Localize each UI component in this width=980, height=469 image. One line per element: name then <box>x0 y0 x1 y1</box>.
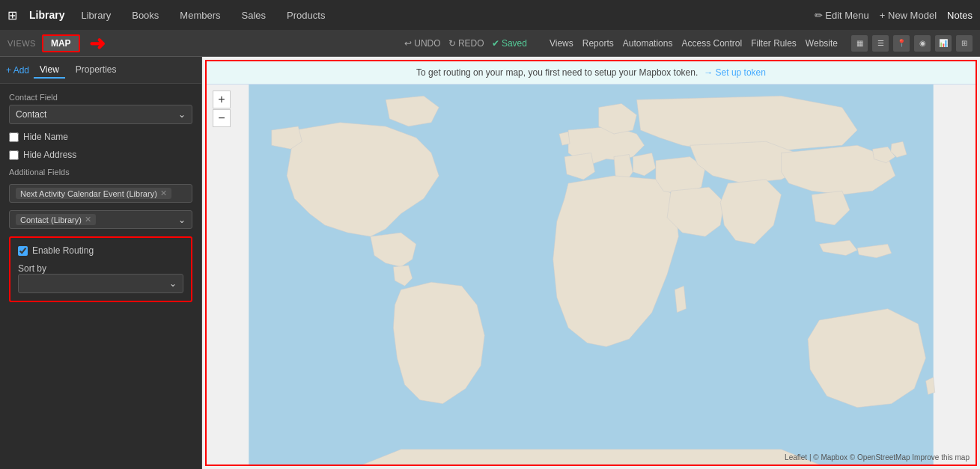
contact-field-section: Contact Field Contact ⌄ <box>9 93 192 124</box>
views-label: VIEWS <box>7 39 36 48</box>
map-controls: + − <box>213 91 231 127</box>
map-pin-icon[interactable]: 📍 <box>893 35 910 52</box>
link-access-control[interactable]: Access Control <box>681 38 742 49</box>
nav-library[interactable]: Library <box>76 7 115 24</box>
zoom-in-button[interactable]: + <box>213 91 231 108</box>
chevron-down-icon: ⌄ <box>178 109 186 120</box>
nav-books[interactable]: Books <box>127 7 163 24</box>
map-notification: To get routing on your map, you first ne… <box>207 61 976 85</box>
redo-button[interactable]: ↻ REDO <box>448 38 484 49</box>
enable-routing-row: Enable Routing <box>18 245 183 256</box>
routing-section: Enable Routing Sort by ⌄ <box>9 236 192 302</box>
sort-by-label: Sort by <box>18 263 183 274</box>
zoom-out-button[interactable]: − <box>213 109 231 127</box>
map-container: + − Leaflet | © Mapbox © OpenStreetMap I… <box>207 85 976 465</box>
hide-address-label: Hide Address <box>23 150 76 160</box>
contact-field-label: Contact Field <box>9 93 192 102</box>
sort-chevron-icon: ⌄ <box>169 278 177 289</box>
world-map-svg <box>207 85 976 465</box>
hide-name-checkbox[interactable] <box>9 132 19 142</box>
second-toolbar: VIEWS MAP ➜ ↩ UNDO ↻ REDO ✔ Saved Views … <box>0 30 980 57</box>
additional-fields-label: Additional Fields <box>9 168 192 177</box>
contact-value: Contact <box>16 109 46 120</box>
view-links: Views Reports Automations Access Control… <box>550 38 838 49</box>
location-icon[interactable]: ◉ <box>914 35 931 52</box>
nav-members[interactable]: Members <box>175 7 225 24</box>
new-model-button[interactable]: + New Model <box>880 10 937 21</box>
field1-remove-icon[interactable]: ✕ <box>160 188 167 198</box>
map-tab-button[interactable]: MAP <box>42 34 80 52</box>
grid-view-icon[interactable]: ▦ <box>851 35 868 52</box>
link-views[interactable]: Views <box>550 38 573 49</box>
hide-name-label: Hide Name <box>23 132 68 142</box>
map-footer: Leaflet | © Mapbox © OpenStreetMap Impro… <box>785 453 970 462</box>
link-automations[interactable]: Automations <box>623 38 673 49</box>
field2-tag-value: Contact (Library) <box>20 215 82 224</box>
app-name: Library <box>29 9 64 21</box>
additional-field-1[interactable]: Next Activity Calendar Event (Library) ✕ <box>9 184 192 203</box>
tab-properties[interactable]: Properties <box>70 62 123 79</box>
chevron-down-icon-2: ⌄ <box>178 215 186 225</box>
contact-select[interactable]: Contact ⌄ <box>9 105 192 124</box>
field2-remove-icon[interactable]: ✕ <box>85 215 91 224</box>
undo-button[interactable]: ↩ UNDO <box>404 38 441 49</box>
setup-token-link[interactable]: → Set up token <box>704 67 766 78</box>
left-panel-content: Contact Field Contact ⌄ Hide Name Hide A… <box>0 84 201 311</box>
tab-view[interactable]: View <box>34 62 65 79</box>
edit-menu-button[interactable]: ✏ Edit Menu <box>815 10 869 21</box>
list-view-icon[interactable]: ☰ <box>872 35 889 52</box>
enable-routing-label: Enable Routing <box>32 245 94 256</box>
notification-text: To get routing on your map, you first ne… <box>416 67 698 78</box>
bar-chart-icon[interactable]: 📊 <box>935 35 952 52</box>
left-sub-toolbar: + Add View Properties <box>0 57 201 84</box>
hide-address-checkbox[interactable] <box>9 150 19 160</box>
view-icon-group: ▦ ☰ 📍 ◉ 📊 ⊞ <box>851 35 973 52</box>
nav-products[interactable]: Products <box>282 7 329 24</box>
left-panel: + Add View Properties Contact Field Cont… <box>0 57 202 469</box>
add-button[interactable]: + Add <box>6 65 29 76</box>
sort-by-select[interactable]: ⌄ <box>18 274 183 293</box>
link-filter-rules[interactable]: Filter Rules <box>751 38 797 49</box>
sort-by-section: Sort by ⌄ <box>18 263 183 293</box>
link-website[interactable]: Website <box>806 38 838 49</box>
field1-tag-value: Next Activity Calendar Event (Library) <box>20 189 157 198</box>
additional-fields-section: Additional Fields <box>9 168 192 177</box>
hide-address-row: Hide Address <box>9 150 192 160</box>
notes-button[interactable]: Notes <box>947 10 973 21</box>
map-area: To get routing on your map, you first ne… <box>205 60 977 466</box>
link-reports[interactable]: Reports <box>582 38 614 49</box>
saved-status: ✔ Saved <box>492 38 527 49</box>
table-icon[interactable]: ⊞ <box>956 35 973 52</box>
main-area: + Add View Properties Contact Field Cont… <box>0 57 980 469</box>
hide-name-row: Hide Name <box>9 132 192 142</box>
additional-field-2[interactable]: Contact (Library) ✕ ⌄ <box>9 210 192 229</box>
field1-tag: Next Activity Calendar Event (Library) ✕ <box>16 188 171 199</box>
enable-routing-checkbox[interactable] <box>18 246 28 256</box>
app-grid-icon[interactable]: ⊞ <box>7 8 17 22</box>
red-arrow-icon: ➜ <box>89 34 106 53</box>
top-nav: ⊞ Library Library Books Members Sales Pr… <box>0 0 980 30</box>
field2-tag: Contact (Library) ✕ <box>16 214 96 225</box>
nav-sales[interactable]: Sales <box>237 7 271 24</box>
